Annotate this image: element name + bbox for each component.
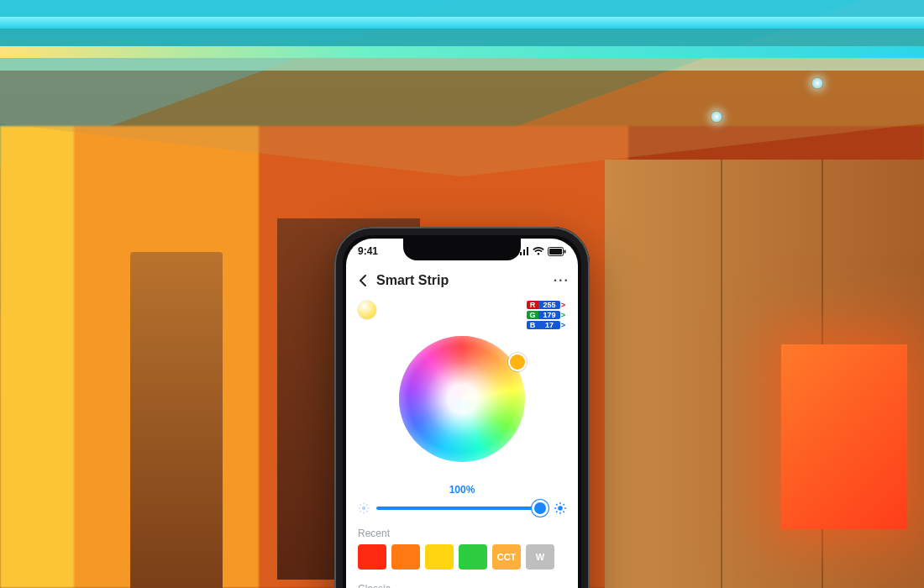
arrow-left-icon [356,273,371,288]
recent-section: Recent CCTW [358,528,566,570]
wifi-icon [533,247,544,255]
back-button[interactable] [354,271,373,290]
color-wheel-thumb[interactable] [508,353,527,371]
rgb-g-value: 179 [538,311,560,319]
more-button[interactable]: ··· [554,273,570,288]
phone-screen: 9:41 Smart Strip ··· [346,239,578,588]
recent-label: Recent [358,528,566,539]
app-bar: Smart Strip ··· [346,264,578,297]
brightness-low-icon [358,502,370,514]
color-swatch[interactable] [459,544,487,570]
svg-line-8 [360,504,360,505]
brightness-high-icon [554,502,566,514]
downlight-icon [811,77,823,89]
led-cove-lower [0,46,924,58]
bulb-preview-icon[interactable] [358,301,376,319]
phone-notch [403,239,521,260]
color-swatch[interactable]: CCT [492,544,521,570]
svg-point-12 [558,506,563,511]
chevron-right-icon: > [560,301,566,309]
svg-rect-1 [549,249,562,255]
room-photo-backdrop: 9:41 Smart Strip ··· [0,0,924,588]
brightness-percent: 100% [358,484,566,496]
svg-line-19 [556,511,558,512]
color-swatch[interactable] [391,544,420,570]
svg-line-20 [563,504,564,506]
color-swatch[interactable] [358,544,386,570]
rgb-g-label: G [527,311,538,319]
chevron-right-icon: > [560,311,566,319]
svg-line-11 [366,504,367,505]
recent-swatches: CCTW [358,544,566,570]
rgb-b-value: 17 [538,321,560,329]
status-indicators [517,247,566,256]
rgb-r-label: R [527,301,538,309]
svg-line-9 [366,511,367,512]
status-time: 9:41 [358,245,378,257]
battery-icon [548,247,566,256]
svg-point-3 [362,507,365,510]
color-wheel[interactable] [399,336,525,462]
page-title: Smart Strip [376,273,449,288]
chevron-right-icon: > [560,321,566,329]
svg-line-18 [563,511,564,512]
led-cove-upper [0,17,924,29]
classic-label: Classic [358,583,566,588]
svg-line-10 [360,511,360,512]
rgb-readout[interactable]: R 255 > G 179 > B 17 > [527,301,566,329]
app-content: R 255 > G 179 > B 17 > [346,297,578,588]
svg-line-17 [556,504,558,506]
rgb-r-value: 255 [538,301,560,309]
classic-section: Classic [358,583,566,588]
wardrobe-seam [721,160,722,588]
door [130,252,223,588]
phone-frame: 9:41 Smart Strip ··· [334,227,590,588]
color-swatch[interactable] [425,544,454,570]
brightness-slider-thumb[interactable] [532,500,549,517]
downlight-icon [711,111,722,123]
color-swatch[interactable]: W [526,544,554,570]
rgb-b-label: B [527,321,538,329]
svg-rect-2 [564,249,566,253]
tv-glow [781,344,907,529]
brightness-slider[interactable] [376,507,548,510]
